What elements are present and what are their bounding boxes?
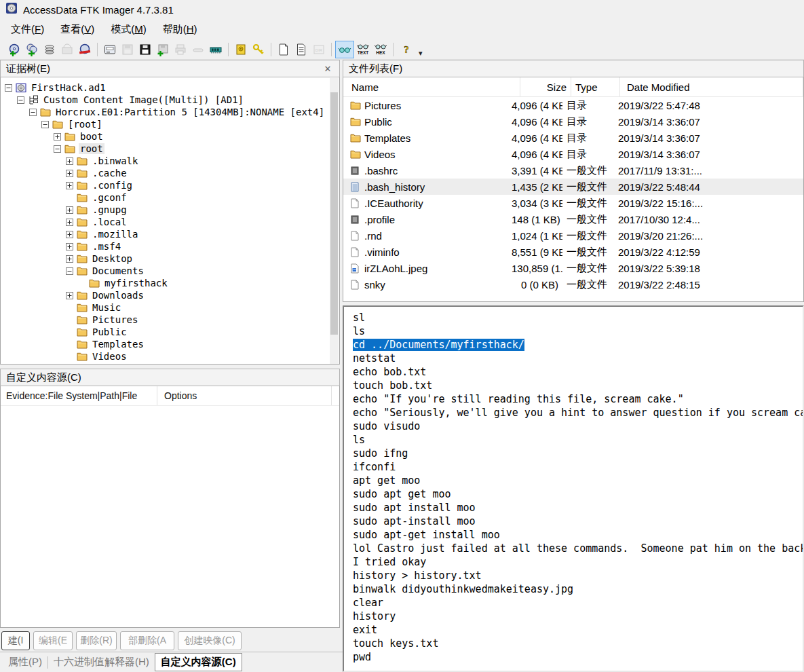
tree-node--gnupg[interactable]: .gnupg <box>1 204 339 216</box>
tree-node-music[interactable]: Music <box>1 301 339 314</box>
column-source[interactable]: Evidence:File System|Path|File <box>1 386 157 405</box>
cc-button-2[interactable]: 删除(R) <box>76 631 117 650</box>
tree-node--cache[interactable]: .cache <box>1 167 339 179</box>
file-size: 148 (1 KB) <box>512 214 562 225</box>
tree-node-documents[interactable]: Documents <box>1 265 339 277</box>
file-type: 一般文件 <box>562 229 611 242</box>
document-list-icon[interactable] <box>292 41 310 58</box>
tree-node-firsthack-ad1[interactable]: FirstHack.ad1 <box>1 81 339 94</box>
text-viewer[interactable]: sllscd ../Documents/myfirsthack/netstate… <box>343 305 804 672</box>
tree-node-label: Desktop <box>91 253 134 264</box>
tree-node-downloads[interactable]: Downloads <box>1 289 339 301</box>
custom-content-list[interactable]: Evidence:File System|Path|File Options <box>0 386 340 628</box>
tree-node-desktop[interactable]: Desktop <box>1 253 339 265</box>
column-size[interactable]: Size <box>520 77 571 96</box>
text-mode-icon[interactable]: TEXT <box>354 41 372 58</box>
svg-text:TEXT: TEXT <box>358 50 369 55</box>
column-type[interactable]: Type <box>571 77 620 96</box>
file-row-snky[interactable]: snky0 (0 KB)一般文件2019/3/22 2:48:15 <box>343 276 803 293</box>
dock-tab-1[interactable]: 十六进制值解释器(H) <box>48 654 155 671</box>
create-disk-image-icon[interactable] <box>101 41 119 58</box>
file-icon <box>350 214 360 225</box>
toolbar-overflow-icon[interactable]: ▾ <box>419 49 423 59</box>
tree-node-label: FirstHack.ad1 <box>30 82 107 93</box>
file-row-pictures[interactable]: Pictures4,096 (4 KB)目录2019/3/22 5:47:48 <box>343 97 803 113</box>
tree-node--mozilla[interactable]: .mozilla <box>1 228 339 240</box>
tree-node--msf4[interactable]: .msf4 <box>1 240 339 253</box>
tree-node-templates[interactable]: Templates <box>1 338 339 350</box>
menu-item-1[interactable]: 查看(V) <box>52 20 102 39</box>
help-icon[interactable]: ? <box>397 41 415 58</box>
file-row--viminfo[interactable]: .viminfo8,551 (9 KB)一般文件2019/3/22 4:12:5… <box>343 244 803 260</box>
add-to-custom-image-icon[interactable] <box>154 41 172 58</box>
file-size: 4,096 (4 KB) <box>512 116 562 128</box>
tree-scrollbar-thumb[interactable] <box>330 92 338 335</box>
file-row--iceauthority[interactable]: .ICEauthority3,034 (3 KB)一般文件2019/3/22 1… <box>343 195 803 211</box>
column-date[interactable]: Date Modified <box>620 77 803 96</box>
evidence-tree[interactable]: FirstHack.ad1Custom Content Image([Multi… <box>0 77 340 365</box>
hex-mode-icon[interactable]: HEX <box>372 41 389 58</box>
tree-node-horcrux-e01-partition-5-14304mb-noname-ext4-[interactable]: Horcrux.E01:Partition 5 [14304MB]:NONAME… <box>1 106 339 118</box>
evidence-tree-rows: FirstHack.ad1Custom Content Image([Multi… <box>1 81 339 365</box>
file-row--bashrc[interactable]: .bashrc3,391 (4 KB)一般文件2017/11/9 13:31:.… <box>343 162 803 179</box>
dock-tab-2[interactable]: 自定义内容源(C) <box>155 653 242 671</box>
file-list[interactable]: Name Size Type Date Modified Pictures4,0… <box>343 77 804 302</box>
file-row-templates[interactable]: Templates4,096 (4 KB)目录2019/3/14 3:36:07 <box>343 130 803 146</box>
file-size: 4,096 (4 KB) <box>512 149 562 160</box>
close-icon[interactable]: ✕ <box>322 64 334 74</box>
tree-node--binwalk[interactable]: .binwalk <box>1 155 339 167</box>
cc-button-4[interactable]: 创建映像(C) <box>178 631 242 650</box>
tree-node-root[interactable]: root <box>1 143 339 155</box>
folder-icon <box>77 254 88 263</box>
file-row--rnd[interactable]: .rnd1,024 (1 KB)一般文件2019/3/20 21:26:... <box>343 227 803 244</box>
menu-item-0[interactable]: 文件(F) <box>3 20 52 39</box>
tree-node-custom-content-image-multi-ad1-[interactable]: Custom Content Image([Multi]) [AD1] <box>1 94 339 106</box>
add-evidence-item-icon[interactable] <box>5 41 23 58</box>
export-disk-image-icon[interactable] <box>136 41 154 58</box>
tree-scrollbar[interactable] <box>330 78 339 364</box>
eject-icon[interactable] <box>189 41 207 58</box>
tree-node-boot[interactable]: boot <box>1 130 339 143</box>
tree-node--gconf[interactable]: .gconf <box>1 191 339 204</box>
tree-node-public[interactable]: Public <box>1 326 339 338</box>
column-options[interactable]: Options <box>157 386 332 405</box>
tree-node--root-[interactable]: [root] <box>1 118 339 130</box>
file-date: 2019/3/20 21:26:... <box>611 230 795 242</box>
print-icon[interactable] <box>172 41 189 58</box>
file-size: 8,551 (9 KB) <box>512 246 562 258</box>
obtain-protected-files-icon[interactable] <box>232 41 250 58</box>
menu-item-3[interactable]: 帮助(H) <box>155 20 206 39</box>
tree-node--local[interactable]: .local <box>1 216 339 228</box>
cc-button-0[interactable]: 建(I <box>1 631 30 650</box>
tree-node--config[interactable]: .config <box>1 179 339 191</box>
file-row--bash-history[interactable]: .bash_history1,435 (2 KB)一般文件2019/3/22 5… <box>343 179 803 195</box>
folder-icon <box>77 217 88 227</box>
save-icon[interactable] <box>119 41 136 58</box>
evidence-archive-icon[interactable] <box>58 41 76 58</box>
file-row-irzlaohl-jpeg[interactable]: irZLAohL.jpeg130,859 (1...一般文件2019/3/22 … <box>343 260 803 276</box>
file-row-public[interactable]: Public4,096 (4 KB)目录2019/3/14 3:36:07 <box>343 113 803 130</box>
image-mounting-icon[interactable] <box>41 41 58 58</box>
new-document-icon[interactable] <box>275 41 292 58</box>
tree-node-partial[interactable] <box>1 362 339 365</box>
file-row-videos[interactable]: Videos4,096 (4 KB)目录2019/3/14 3:36:07 <box>343 146 803 162</box>
column-name[interactable]: Name <box>343 77 520 96</box>
file-type: 一般文件 <box>562 278 611 291</box>
cc-button-3[interactable]: 部删除(A <box>120 631 174 650</box>
tree-node-videos[interactable]: Videos <box>1 350 339 362</box>
auto-mode-icon[interactable] <box>335 41 354 58</box>
file-row--profile[interactable]: .profile148 (1 KB)一般文件2017/10/30 12:4... <box>343 211 803 227</box>
dock-tab-0[interactable]: 属性(P) <box>3 654 47 671</box>
detect-encryption-icon[interactable] <box>250 41 267 58</box>
cc-button-1[interactable]: 编辑(E <box>33 631 73 650</box>
directory-listing-icon[interactable]: DIR <box>310 41 328 58</box>
tree-node-label: .cache <box>91 168 128 179</box>
add-all-devices-icon[interactable] <box>23 41 41 58</box>
capture-memory-icon[interactable] <box>207 41 225 58</box>
tree-node-label: .config <box>91 180 134 191</box>
tree-node-myfirsthack[interactable]: myfirsthack <box>1 277 339 289</box>
custom-content-header: 自定义内容源(C) <box>0 369 340 386</box>
menu-item-2[interactable]: 模式(M) <box>102 20 155 39</box>
remove-evidence-item-icon[interactable] <box>76 41 94 58</box>
tree-node-pictures[interactable]: Pictures <box>1 314 339 326</box>
